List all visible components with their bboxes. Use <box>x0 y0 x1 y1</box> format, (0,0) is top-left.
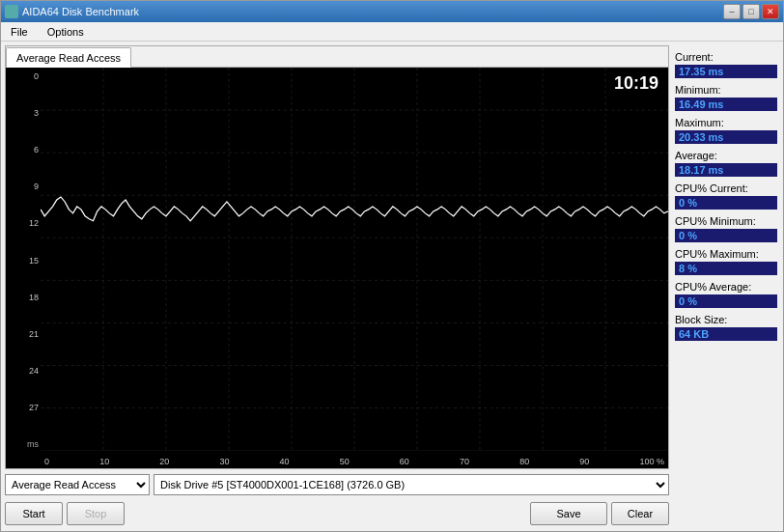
maximum-label: Maximum: <box>675 117 777 128</box>
y-ms-label: ms <box>6 439 39 449</box>
x-axis: 0 10 20 30 40 50 60 70 80 90 100 % <box>41 457 668 466</box>
y-label-15: 15 <box>6 256 39 266</box>
y-label-21: 21 <box>6 329 39 339</box>
cpu-average-value: 0 % <box>675 294 777 308</box>
minimum-label: Minimum: <box>675 84 777 96</box>
stop-button[interactable]: Stop <box>67 502 125 525</box>
tab-container: Average Read Access ms 27 24 21 18 15 <box>5 45 669 469</box>
maximum-value: 20.33 ms <box>675 130 777 144</box>
y-label-3: 3 <box>6 108 39 118</box>
main-content: Average Read Access ms 27 24 21 18 15 <box>1 42 783 531</box>
y-label-0: 0 <box>6 71 39 81</box>
controls-row: Average Read Access Average Write Access… <box>5 473 669 496</box>
chart-area: ms 27 24 21 18 15 12 9 6 3 0 <box>6 68 668 468</box>
cpu-minimum-value: 0 % <box>675 229 777 242</box>
chart-svg <box>41 68 668 451</box>
average-label: Average: <box>675 150 777 161</box>
cpu-average-label: CPU% Average: <box>675 281 777 293</box>
current-label: Current: <box>675 51 777 63</box>
left-panel: Average Read Access ms 27 24 21 18 15 <box>5 45 669 527</box>
x-label-60: 60 <box>400 457 409 466</box>
x-label-0: 0 <box>44 457 49 466</box>
x-label-40: 40 <box>280 457 290 466</box>
cpu-minimum-label: CPU% Minimum: <box>675 215 777 227</box>
test-select[interactable]: Average Read Access Average Write Access… <box>5 474 150 495</box>
x-label-80: 80 <box>519 457 529 466</box>
x-label-20: 20 <box>159 457 169 466</box>
x-label-90: 90 <box>579 457 589 466</box>
average-value: 18.17 ms <box>675 163 777 177</box>
close-button[interactable]: ✕ <box>762 4 779 19</box>
block-size-value: 64 KB <box>675 327 777 341</box>
app-icon <box>5 5 18 18</box>
drive-select[interactable]: Disk Drive #5 [ST4000DX001-1CE168] (3726… <box>154 474 669 495</box>
y-axis: ms 27 24 21 18 15 12 9 6 3 0 <box>6 68 41 468</box>
y-label-27: 27 <box>6 403 39 412</box>
chart-inner: ms 27 24 21 18 15 12 9 6 3 0 <box>6 68 668 468</box>
y-label-12: 12 <box>6 218 39 228</box>
save-button[interactable]: Save <box>530 502 607 525</box>
right-panel: Current: 17.35 ms Minimum: 16.49 ms Maxi… <box>673 45 779 527</box>
y-label-9: 9 <box>6 182 39 191</box>
y-label-24: 24 <box>6 366 39 376</box>
x-label-100: 100 % <box>639 457 664 466</box>
window-title: AIDA64 Disk Benchmark <box>22 6 139 17</box>
chart-body: 10:19 0 10 20 30 40 50 60 70 <box>41 68 668 468</box>
start-button[interactable]: Start <box>5 502 63 525</box>
cpu-maximum-label: CPU% Maximum: <box>675 248 777 260</box>
x-label-70: 70 <box>460 457 469 466</box>
clear-button[interactable]: Clear <box>611 502 669 525</box>
main-window: AIDA64 Disk Benchmark – □ ✕ File Options… <box>0 0 784 532</box>
y-label-18: 18 <box>6 293 39 302</box>
x-label-30: 30 <box>219 457 229 466</box>
block-size-label: Block Size: <box>675 314 777 325</box>
cpu-current-value: 0 % <box>675 196 777 210</box>
menu-options[interactable]: Options <box>42 24 90 40</box>
cpu-maximum-value: 8 % <box>675 262 777 275</box>
title-bar-left: AIDA64 Disk Benchmark <box>5 5 139 18</box>
tab-header: Average Read Access <box>6 46 668 68</box>
title-bar: AIDA64 Disk Benchmark – □ ✕ <box>1 1 783 22</box>
x-label-10: 10 <box>99 457 109 466</box>
title-bar-controls: – □ ✕ <box>723 4 779 19</box>
cpu-current-label: CPU% Current: <box>675 182 777 194</box>
buttons-row: Start Stop Save Clear <box>5 500 669 527</box>
current-value: 17.35 ms <box>675 65 777 78</box>
maximize-button[interactable]: □ <box>742 4 760 19</box>
chart-timestamp: 10:19 <box>614 73 658 94</box>
tab-average-read-access[interactable]: Average Read Access <box>6 47 131 68</box>
y-label-6: 6 <box>6 145 39 154</box>
minimum-value: 16.49 ms <box>675 98 777 111</box>
x-label-50: 50 <box>340 457 350 466</box>
menu-bar: File Options <box>1 22 783 42</box>
menu-file[interactable]: File <box>5 24 34 40</box>
minimize-button[interactable]: – <box>723 4 741 19</box>
